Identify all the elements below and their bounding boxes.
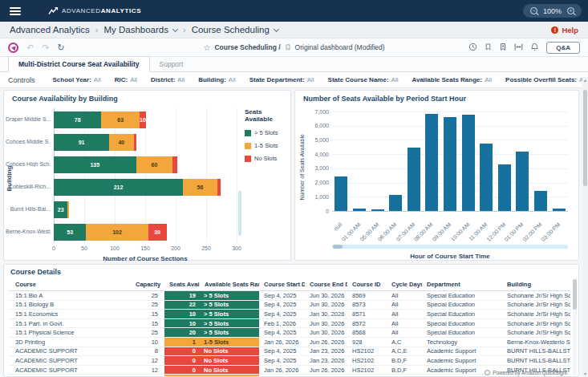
column-header-capacity[interactable]: Capacity — [136, 281, 164, 288]
cell-department: Special Education — [422, 292, 502, 299]
bar-segment[interactable] — [172, 156, 176, 173]
cell-cycle-days: All — [387, 320, 422, 327]
bar-segment[interactable]: 56 — [183, 179, 217, 196]
cell-course-start-date: Jan 26, 2026 — [259, 367, 305, 374]
bar-segment[interactable]: 212 — [54, 179, 183, 196]
bar-segment[interactable]: 91 — [54, 134, 109, 151]
bar[interactable] — [444, 117, 456, 211]
bookmark-save-icon[interactable] — [499, 40, 507, 55]
fit-width-icon[interactable] — [514, 40, 523, 55]
column-header-course-end-date[interactable]: Course End Date — [305, 281, 347, 288]
bar-segment[interactable]: 63 — [101, 111, 140, 128]
bar-segment[interactable] — [217, 179, 221, 196]
filter-possible-overfill-seats-[interactable]: Possible Overfill Seats:All — [505, 76, 586, 83]
cell-seats-available: 10 — [164, 310, 200, 318]
app-root: ADVANCEDANALYTICS 100% Advanced Analytic… — [0, 0, 588, 377]
legend-item[interactable]: 1-5 Slots — [245, 142, 291, 149]
bar[interactable] — [553, 209, 566, 211]
legend-item[interactable]: > 5 Slots — [245, 129, 291, 136]
column-header-available-seats-range[interactable]: Available Seats Range — [200, 281, 259, 288]
bar[interactable] — [335, 176, 347, 211]
bar[interactable] — [408, 148, 420, 211]
page-scrollbar[interactable]: ▲ ▼ — [582, 77, 588, 377]
bar[interactable] — [389, 195, 402, 211]
chart-title: Course Availability by Building — [12, 95, 118, 103]
cell-building: Berne-Knox-Westerlo Secondary Sc — [502, 338, 570, 346]
column-header-course-id[interactable]: Course ID — [347, 281, 387, 288]
filter-district-[interactable]: District:All — [151, 76, 185, 83]
chart-vertical-scrollbar[interactable] — [238, 191, 241, 236]
table-row[interactable]: 15:1 Physical Science2520> 5 SlotsSep 4,… — [9, 328, 570, 338]
filter-school-year-[interactable]: School Year:All — [53, 76, 101, 83]
bar-segment[interactable]: 10 — [140, 111, 146, 128]
filter-ric-[interactable]: RIC:All — [115, 76, 137, 83]
bar[interactable] — [371, 209, 384, 211]
qa-button[interactable]: Q&A — [546, 42, 580, 54]
help-button[interactable]: ! Help — [551, 26, 578, 34]
column-header-building[interactable]: Building — [502, 281, 570, 288]
zoom-out-icon[interactable] — [530, 7, 537, 14]
bar[interactable] — [498, 164, 511, 211]
bar-segment[interactable] — [134, 134, 136, 151]
bar[interactable] — [353, 209, 366, 211]
menu-icon[interactable] — [10, 7, 21, 15]
filter-available-seats-range-[interactable]: Available Seats Range:All — [412, 76, 492, 83]
app-logo-icon[interactable] — [8, 43, 18, 53]
bar-segment[interactable] — [67, 201, 69, 218]
bar[interactable] — [534, 191, 547, 211]
bookmark-small-icon[interactable] — [285, 43, 291, 51]
column-header-seats-available[interactable]: Seats Available — [164, 281, 200, 288]
column-header-cycle-days[interactable]: Cycle Days — [387, 281, 422, 288]
breadcrumb-item-course-scheduling[interactable]: Course Scheduling — [192, 25, 278, 34]
undo-icon[interactable]: ↶ — [26, 43, 34, 52]
table-row[interactable]: ACADEMIC SUPPORT80No SlotsSep 4, 2025Jan… — [9, 347, 570, 357]
table-row[interactable]: 15:1 Economics1510> 5 SlotsSep 4, 2025Ja… — [9, 310, 570, 319]
cell-department: Technology — [422, 338, 502, 346]
bar-segment[interactable]: 53 — [54, 224, 86, 241]
filter-state-department-[interactable]: State Department:All — [249, 76, 314, 83]
table-row[interactable]: 15:1 Bio A2519> 5 SlotsSep 4, 2025Jun 30… — [9, 291, 570, 301]
redo-icon[interactable]: ↷ — [42, 43, 49, 52]
breadcrumb-item-advanced-analytics[interactable]: Advanced Analytics — [10, 25, 90, 34]
column-header-course-start-date[interactable]: Course Start Date — [259, 281, 305, 288]
filter-state-course-name-[interactable]: State Course Name:All — [328, 76, 399, 83]
chevron-down-icon[interactable] — [274, 26, 279, 31]
table-scrollbar[interactable] — [573, 279, 577, 375]
bar-segment[interactable]: 30 — [148, 224, 167, 241]
table-row[interactable]: ACADEMIC SUPPORT120No SlotsSep 4, 2025Ja… — [9, 356, 570, 366]
table-row[interactable]: 15:1 Biology B2522> 5 SlotsSep 4, 2025Ju… — [9, 301, 570, 310]
chart-horizontal-scrollbar[interactable] — [332, 245, 568, 249]
legend-item[interactable]: No Slots — [245, 155, 291, 162]
zoom-in-icon[interactable] — [567, 7, 574, 14]
bar[interactable] — [516, 152, 529, 211]
reset-icon[interactable]: ↻ — [57, 43, 64, 52]
clock-icon[interactable] — [468, 40, 477, 55]
bar-segment[interactable]: 40 — [109, 134, 133, 151]
chevron-down-icon[interactable] — [172, 26, 178, 31]
bookmark-icon[interactable] — [485, 40, 492, 55]
cell-available-seats-range: No Slots — [200, 356, 259, 365]
column-header-course[interactable]: Course — [9, 281, 136, 288]
filter-building-[interactable]: Building:All — [198, 76, 236, 83]
bar[interactable] — [480, 144, 493, 211]
breadcrumb-item-my-dashboards[interactable]: My Dashboards — [103, 25, 177, 34]
favorite-star-icon[interactable]: ☆ — [203, 43, 210, 52]
bar-segment[interactable]: 78 — [54, 111, 101, 128]
scroll-down-icon[interactable]: ▼ — [582, 371, 588, 376]
bar[interactable] — [425, 114, 438, 211]
scroll-up-icon[interactable]: ▲ — [582, 78, 588, 83]
page-scrollbar-thumb[interactable] — [583, 90, 587, 186]
cell-course-end-date: Jun 26, 2026 — [305, 367, 347, 374]
table-row[interactable]: 3D Printing1011-5 SlotsJan 26, 2026Jun 2… — [9, 338, 570, 347]
tab-support[interactable]: Support — [150, 57, 193, 71]
tab-multi-district-course-seat-availability[interactable]: Multi-District Course Seat Availability — [8, 56, 150, 72]
table-row[interactable]: 15:1 Part. in Govt.1510> 5 SlotsFeb 1, 2… — [9, 319, 570, 329]
bar[interactable] — [462, 115, 475, 211]
bar-segment[interactable]: 60 — [136, 156, 173, 173]
bar-segment[interactable]: 23 — [54, 201, 67, 218]
column-header-department[interactable]: Department — [422, 281, 502, 288]
bell-icon[interactable] — [530, 40, 539, 55]
bar-segment[interactable]: 135 — [54, 156, 136, 173]
bar-segment[interactable]: 102 — [86, 224, 148, 241]
scrollbar-thumb[interactable] — [333, 245, 343, 249]
